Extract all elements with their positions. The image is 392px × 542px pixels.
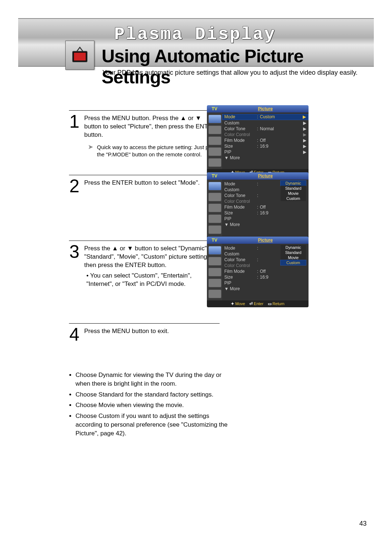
osd-category-icons [207,180,222,236]
note-item: Choose Movie when viewing the movie. [75,401,228,410]
sound-category-icon [208,126,221,134]
caret-right-icon: ▶ [303,126,306,132]
header-banner: Plasma Display Using Automatic Picture S… [18,18,374,67]
osd-row-more: ▼ More [222,222,309,227]
osd-row-mode: Mode:Custom▶ [222,114,309,120]
caret-right-icon: ▶ [303,114,306,120]
brand-title: Plasma Display [114,25,276,44]
step-3: 3 Press the ▲ or ▼ button to select "Dyn… [69,241,220,323]
svg-rect-1 [74,53,86,61]
step-2: 2 Press the ENTER button to select "Mode… [69,175,220,241]
osd-row-size: Size:16:9 [222,274,309,280]
hint-move: ✦ Move [231,301,245,306]
step-text: Press the ENTER button to select "Mode". [84,179,200,187]
osd-screenshot-1: TV Picture Mode:Custom▶ Custom▶ Color To… [207,105,309,176]
misc-category-icon [208,290,221,298]
channel-category-icon [208,204,221,212]
option-standard: Standard [281,250,306,255]
osd-menu-title: Picture [222,105,309,112]
option-movie: Movie [281,191,306,196]
osd-row-more: ▼ More [222,286,309,292]
setup-category-icon [208,214,221,223]
step-text: Press the MENU button to exit. [84,327,169,336]
quick-tip-text: Quick way to access the picture setting:… [97,144,220,159]
tv-icon [65,41,94,70]
mode-options-popup: Dynamic Standard Movie Custom [280,180,306,201]
picture-category-icon [208,182,221,190]
intro-text: Your PDP has automatic picture settings … [102,69,358,77]
step-number: 3 [69,245,80,259]
step-text: Press the MENU button. Press the ▲ or ▼ … [84,114,220,139]
page-title: Using Automatic Picture Settings [102,46,374,88]
osd-row-film-mode: Film Mode:Off [222,204,309,210]
osd-menu-title: Picture [222,172,309,180]
note-item: Choose Custom if you want to adjust the … [75,412,228,438]
osd-menu-title: Picture [222,237,309,244]
osd-category-icons [207,244,222,300]
osd-row-pip: PIP [222,280,309,286]
osd-row-more: ▼ More [222,155,309,161]
option-movie: Movie [281,255,306,260]
sound-category-icon [208,193,221,201]
misc-category-icon [208,158,221,167]
hint-enter: ⏎ Enter [249,301,263,306]
channel-category-icon [208,268,221,276]
setup-category-icon [208,147,221,156]
step-note: • You can select "Custom", "Entertain", … [86,272,220,288]
page-number: 43 [359,520,367,527]
osd-row-pip: PIP [222,216,309,222]
osd-category-icons [207,112,222,169]
picture-category-icon [208,115,221,123]
misc-category-icon [208,225,221,234]
note-item: Choose Dynamic for viewing the TV during… [75,371,228,388]
channel-category-icon [208,136,221,145]
caret-right-icon: ▶ [303,149,306,155]
quick-tip-arrow-icon: ➤ [88,144,93,159]
option-dynamic: Dynamic [281,245,306,250]
osd-row-pip: PIP▶ [222,149,309,155]
mode-options-popup: Dynamic Standard Movie Custom [280,245,306,266]
step-number: 4 [69,327,80,342]
hint-return: ▭ Return [268,301,285,306]
osd-screenshot-3: TV Picture Mode: Custom Color Tone: Colo… [207,237,309,307]
step-text: Press the ▲ or ▼ button to select "Dynam… [84,245,220,270]
osd-source-label: TV [207,172,222,180]
osd-source-label: TV [207,105,222,112]
option-standard: Standard [281,186,306,191]
picture-category-icon [208,246,221,255]
osd-row-film-mode: Film Mode:Off▶ [222,137,309,143]
caret-right-icon: ▶ [303,120,306,126]
step-number: 1 [69,114,80,129]
step-number: 2 [69,179,80,193]
osd-footer: ✦ Move ⏎ Enter ▭ Return [207,300,309,307]
osd-row-size: Size:16:9 [222,210,309,216]
osd-row-film-mode: Film Mode:Off [222,268,309,274]
osd-row-color-tone: Color Tone:Normal▶ [222,126,309,132]
setup-category-icon [208,279,221,287]
osd-row-custom: Custom▶ [222,120,309,126]
option-custom: Custom [280,260,306,266]
osd-row-size: Size:16:9▶ [222,143,309,149]
caret-right-icon: ▶ [303,137,306,143]
notes-list: Choose Dynamic for viewing the TV during… [69,371,370,438]
note-item: Choose Standard for the standard factory… [75,390,228,399]
osd-row-color-control: Color Control▶ [222,132,309,137]
option-custom: Custom [281,196,306,201]
step-4: 4 Press the MENU button to exit. [69,323,220,356]
sound-category-icon [208,257,221,266]
osd-source-label: TV [207,237,222,244]
step-1: 1 Press the MENU button. Press the ▲ or … [69,110,220,175]
caret-right-icon: ▶ [303,132,306,137]
osd-screenshot-2: TV Picture Mode: Custom Color Tone: Colo… [207,172,309,243]
caret-right-icon: ▶ [303,143,306,149]
option-dynamic: Dynamic [280,180,306,186]
